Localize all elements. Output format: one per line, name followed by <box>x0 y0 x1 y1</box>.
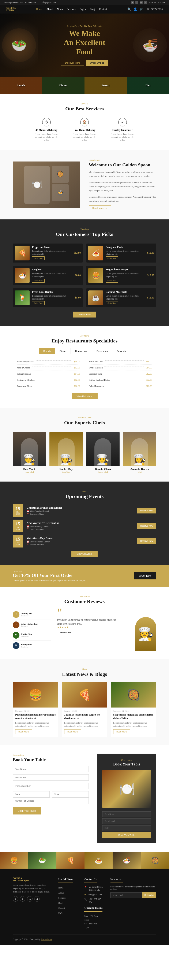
reserve-button-0[interactable]: Reserve Now <box>137 508 156 514</box>
pick-info-0: Pepperoni Pizza Lorem ipsum dolor sit am… <box>32 246 71 260</box>
nav-about[interactable]: About <box>46 8 53 11</box>
reviewer-avatar-2: M <box>13 632 19 639</box>
food-categories: Lunch Dinner Desert Diet <box>0 77 169 94</box>
review-content: " Proin non ullamcorper in efficitur lec… <box>57 609 116 651</box>
book-img-email-input[interactable] <box>102 818 151 824</box>
spec-item-r1: White Chicken $14.00 <box>89 364 152 371</box>
footer-link-services[interactable]: Services <box>58 897 65 899</box>
nav-services[interactable]: Services <box>67 8 76 11</box>
form-name-row <box>13 766 89 772</box>
book-title: Book Your Table <box>13 757 89 762</box>
search-icon[interactable]: 🔍 <box>127 7 131 11</box>
pick-item-3: 🍔 Mega Cheese Burger Lorem ipsum dolor s… <box>86 266 156 285</box>
book-button[interactable]: Book Your Table <box>13 807 41 815</box>
discover-more-button[interactable]: Discover More <box>61 60 84 66</box>
nav-news[interactable]: News <box>57 8 63 11</box>
reserve-button-1[interactable]: Reserve Now <box>137 523 156 529</box>
cat-lunch[interactable]: Lunch <box>0 77 42 94</box>
guests-input[interactable] <box>13 797 89 804</box>
read-more-button[interactable]: Read More → <box>89 205 111 211</box>
footer-twitter-icon[interactable]: t <box>20 896 25 902</box>
facebook-icon[interactable]: f <box>131 1 134 4</box>
tab-desserts[interactable]: Desserts <box>112 348 130 354</box>
spec-item-4: Pepperoni Pizza $16.00 <box>17 383 80 389</box>
pick-price-4: $5.00 <box>75 296 81 299</box>
welcome-content: Introduction Welcome to Our Golden Spoon… <box>89 159 156 211</box>
cat-dinner-label: Dinner <box>42 77 84 94</box>
blog-read-2[interactable]: Read More <box>113 729 130 734</box>
footer-facebook-icon[interactable]: f <box>13 896 18 902</box>
linkedin-icon[interactable]: in <box>140 1 142 4</box>
time-input[interactable] <box>52 791 89 797</box>
event-info-0: Christmas Brunch and Dinner ⏰ 08:00 Stan… <box>27 506 134 515</box>
order-online-button[interactable]: Order Online <box>86 60 108 66</box>
blog-read-0[interactable]: Read More <box>15 729 32 734</box>
date-input[interactable] <box>13 791 50 797</box>
top-social-icons[interactable]: f t in yt <box>131 1 147 4</box>
phone-input[interactable] <box>13 783 89 789</box>
view-all-events-button[interactable]: View All Events <box>71 551 97 557</box>
view-all-picks-button[interactable]: Order Online <box>73 312 96 318</box>
cat-desert[interactable]: Desert <box>84 77 127 94</box>
blogs-section: Blog Latest News & Blogs 🍔 November 26, … <box>0 659 169 745</box>
hero-food-left: 🥗 <box>0 14 38 77</box>
reviewer-0[interactable]: J Jimmy Rio Customer <box>13 609 51 620</box>
footer-link-faqs[interactable]: FAQs <box>58 912 63 914</box>
review-author: — Jimmy Rio <box>57 631 116 634</box>
blog-read-1[interactable]: Read More <box>64 729 81 734</box>
book-img-submit-button[interactable]: Book Your Table <box>102 832 151 838</box>
pick-order-4[interactable]: Order Now <box>32 301 44 305</box>
book-img-date-input[interactable] <box>102 825 151 831</box>
footer-link-contact[interactable]: Contact <box>58 907 65 909</box>
name-input[interactable] <box>13 766 89 772</box>
view-menu-button[interactable]: View Full Menu <box>72 393 98 399</box>
footer-linkedin-icon[interactable]: in <box>27 896 33 902</box>
newsletter-input[interactable] <box>111 892 142 898</box>
cat-dinner[interactable]: Dinner <box>42 77 84 94</box>
tab-happy-hour[interactable]: Happy Hour <box>71 348 92 354</box>
footer-link-about[interactable]: About <box>58 892 63 894</box>
nav-contact[interactable]: Contact <box>99 8 107 11</box>
reserve-button-2[interactable]: Reserve Now <box>137 538 156 544</box>
reviewer-3[interactable]: B Bobby Bob Customer <box>13 641 51 651</box>
welcome-label: Introduction <box>89 159 156 161</box>
tab-dinner[interactable]: Dinner <box>55 348 71 354</box>
book-img-name-input[interactable] <box>102 811 151 817</box>
reviewer-avatar-3: B <box>13 642 19 649</box>
cat-diet[interactable]: Diet <box>127 77 169 94</box>
footer-link-blog[interactable]: Blog <box>58 902 62 904</box>
top-bar-phone: +201 987 567 234 <box>149 1 165 3</box>
footer-designer-link[interactable]: ThemeForest <box>41 938 52 940</box>
offer-desc: Lorem ipsum dolor sit amet consectetur a… <box>13 579 85 582</box>
nav-pages[interactable]: Pages <box>80 8 86 11</box>
reviewer-2[interactable]: M Molly Gim Customer <box>13 630 51 641</box>
footer-desc: Lorem ipsum dolor sit amet consectetur a… <box>13 883 52 894</box>
offer-banner: Cyber Sale Get 10% Off Your First Order … <box>0 565 169 587</box>
youtube-icon[interactable]: yt <box>144 1 147 4</box>
footer-link-home[interactable]: Home <box>58 886 63 889</box>
pick-order-1[interactable]: Order Now <box>106 256 118 260</box>
user-icon[interactable]: 👤 <box>134 7 137 11</box>
chef-role-3: Chef <box>123 471 156 473</box>
pick-info-1: Bolognese Pasta Lorem ipsum dolor sit am… <box>106 246 145 260</box>
pick-order-0[interactable]: Order Now <box>32 256 44 260</box>
email-input[interactable] <box>13 774 89 781</box>
tab-brunch[interactable]: Brunch <box>39 348 55 354</box>
pick-order-5[interactable]: Order Now <box>106 301 118 305</box>
review-text: Proin non ullamcorper in efficitur lectu… <box>57 618 116 626</box>
pick-order-3[interactable]: Order Now <box>106 279 118 283</box>
nav-blog[interactable]: Blog <box>90 8 95 11</box>
twitter-icon[interactable]: t <box>136 1 138 4</box>
services-label: Services <box>13 102 156 105</box>
pick-info-5: Caramel Macchiato Lorem ipsum dolor sit … <box>106 290 145 305</box>
newsletter-button[interactable]: Subscribe <box>142 892 156 898</box>
order-now-button[interactable]: Order Now <box>134 572 156 579</box>
chef-role-0: Head Chef <box>13 471 46 473</box>
nav-home[interactable]: Home <box>36 8 42 11</box>
blogs-title: Latest News & Blogs <box>13 671 156 677</box>
tab-beverages[interactable]: Beverages <box>92 348 112 354</box>
cart-icon[interactable]: 🛒 <box>140 7 143 11</box>
footer-youtube-icon[interactable]: yt <box>34 896 40 902</box>
reviewer-1[interactable]: J John Richardson Customer <box>13 620 51 630</box>
pick-order-2[interactable]: Order Now <box>32 279 44 283</box>
